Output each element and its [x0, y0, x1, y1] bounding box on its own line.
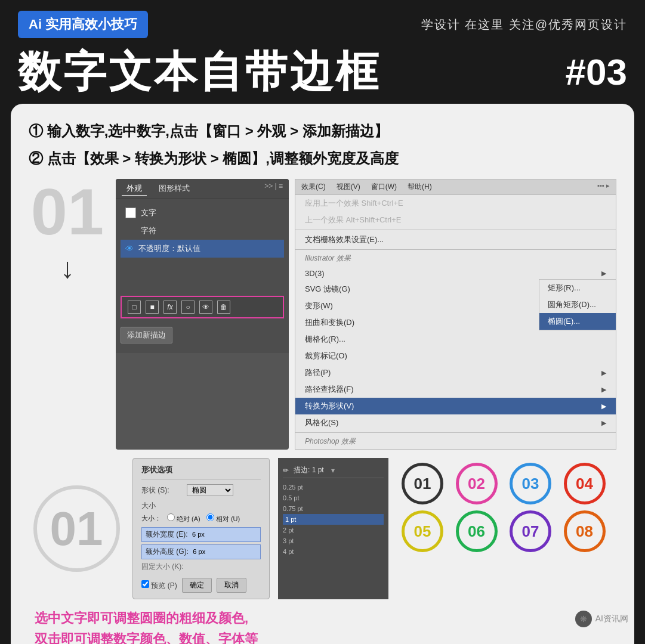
ap-icon-circle[interactable]: ○ [181, 301, 195, 314]
submenu-rect[interactable]: 矩形(R)... [539, 280, 616, 296]
effects-item-rasterize[interactable]: 栅格化(R)... [295, 331, 616, 348]
effects-menu-item-ec[interactable]: 效果(C) [301, 182, 326, 192]
submenu-ellipse[interactable]: 椭圆(E)... [539, 313, 616, 330]
arrow-down-icon: ↓ [60, 252, 75, 284]
watermark-text: AI资讯网 [595, 614, 628, 624]
title-area: 数字文本自带边框 #03 [0, 44, 645, 104]
stroke-panel: ✏ 描边: 1 pt ▾ 0.25 pt 0.5 pt 0.75 pt 1 pt… [278, 458, 388, 599]
ap-char-label: 字符 [141, 225, 156, 236]
step-instructions: ① 输入数字,选中数字,点击【窗口 > 外观 > 添加新描边】 ② 点击【效果 … [29, 120, 616, 169]
header: Ai 实用高效小技巧 学设计 在这里 关注@优秀网页设计 [0, 0, 645, 44]
screenshots-top: 外观 图形样式 >> | ≡ 文字 字符 👁 不透明度：默认值 [116, 179, 616, 450]
bottom-line1: 选中文字即可调整圆圈的粗细及颜色, [35, 608, 610, 628]
big-circle-area: 01 [29, 458, 124, 599]
effects-item-apply-last[interactable]: 应用上一个效果 Shift+Ctrl+E [295, 195, 616, 212]
effects-menu-item-ww[interactable]: 窗口(W) [371, 182, 397, 192]
effects-menu-item-hh[interactable]: 帮助(H) [408, 182, 432, 192]
shape-dialog-bottom: 预览 (P) 确定 取消 [141, 578, 261, 593]
watermark: ❋ AI资讯网 [575, 611, 628, 627]
demo-area-top: 01 ↓ 外观 图形样式 >> | ≡ 文字 [29, 179, 616, 450]
radio-label: 大小： [141, 514, 161, 523]
ap-icon-fx[interactable]: fx [163, 301, 177, 314]
header-tagline: 学设计 在这里 关注@优秀网页设计 [421, 17, 627, 33]
panel-header: 外观 图形样式 >> | ≡ [116, 179, 289, 199]
shape-select[interactable]: 椭圆 矩形 圆角矩形 [187, 484, 233, 496]
stroke-value-6: 3 pt [283, 535, 384, 546]
big-number-display: 01 [31, 179, 104, 244]
extra-height-label: 额外高度 (G): [146, 547, 189, 556]
ap-icon-eye[interactable]: 👁 [199, 301, 212, 314]
effects-section-photoshop: Photoshop 效果 [295, 434, 616, 449]
color-circle-1: 01 [402, 463, 443, 504]
main-title: 数字文本自带边框 [18, 50, 381, 93]
big-number-area: 01 ↓ [29, 179, 106, 450]
circle-number: 01 [50, 505, 103, 553]
radio-relative-input[interactable] [206, 513, 214, 521]
effects-item-stylize[interactable]: 风格化(S)▶ [295, 414, 616, 431]
effects-item-doc-settings[interactable]: 文档栅格效果设置(E)... [295, 231, 616, 248]
cancel-button[interactable]: 取消 [217, 578, 246, 593]
extra-width-input[interactable] [192, 531, 222, 538]
effects-item-pathfinder[interactable]: 路径查找器(F)▶ [295, 381, 616, 398]
ap-icon-rect[interactable]: □ [128, 301, 141, 314]
content-card: ① 输入数字,选中数字,点击【窗口 > 外观 > 添加新描边】 ② 点击【效果 … [11, 104, 634, 644]
convert-shape-submenu: 矩形(R)... 圆角矩形(D)... 椭圆(E)... [539, 279, 616, 330]
step2-text: ② 点击【效果 > 转换为形状 > 椭圆】,调整额外宽度及高度 [29, 148, 616, 169]
color-circles-grid: 0102030405060708 [397, 458, 616, 599]
extra-width-row: 额外宽度 (E): [141, 527, 261, 542]
stroke-value-7: 4 pt [283, 546, 384, 557]
effects-menu-icons: ▪▪▪ ▸ [597, 182, 610, 192]
step1-text: ① 输入数字,选中数字,点击【窗口 > 外观 > 添加新描边】 [29, 120, 616, 142]
effects-item-crop-marks[interactable]: 裁剪标记(O) [295, 348, 616, 364]
effects-item-convert-shape[interactable]: 转换为形状(V)▶ [295, 398, 616, 414]
stroke-value-5: 2 pt [283, 525, 384, 535]
big-circle: 01 [33, 485, 120, 572]
effects-divider1 [295, 230, 616, 230]
extra-height-input[interactable] [193, 548, 223, 555]
ok-button[interactable]: 确定 [182, 578, 212, 593]
effects-container: 效果(C) 视图(V) 窗口(W) 帮助(H) ▪▪▪ ▸ 应用上一个效果 Sh… [295, 179, 616, 450]
bottom-section: 01 形状选项 形状 (S): 椭圆 矩形 圆角矩形 大小 大小： 绝对 (A)… [29, 458, 616, 599]
radio-relative[interactable]: 相对 (U) [206, 513, 240, 524]
size-section-label: 大小 [141, 501, 261, 511]
color-circle-8: 08 [564, 510, 606, 552]
ap-icon-square[interactable]: ■ [146, 301, 159, 314]
ap-opacity-label: 不透明度：默认值 [138, 243, 200, 254]
ap-eye-icon: 👁 [125, 244, 134, 253]
ap-row-opacity: 👁 不透明度：默认值 [121, 240, 284, 258]
effects-item-last[interactable]: 上一个效果 Alt+Shift+Ctrl+E [295, 212, 616, 228]
watermark-icon: ❋ [575, 611, 592, 627]
size-radio-row: 大小： 绝对 (A) 相对 (U) [141, 513, 261, 524]
ap-bottom-bar: □ ■ fx ○ 👁 🗑 [121, 296, 284, 318]
shape-dialog-title: 形状选项 [141, 465, 261, 479]
effects-item-path[interactable]: 路径(P)▶ [295, 364, 616, 381]
stroke-value-2: 0.5 pt [283, 493, 384, 503]
brand-label: Ai 实用高效小技巧 [18, 11, 148, 38]
shape-form-row: 形状 (S): 椭圆 矩形 圆角矩形 [141, 484, 261, 496]
stroke-header: ✏ 描边: 1 pt ▾ [283, 463, 384, 478]
effects-divider3 [295, 432, 616, 433]
ap-row-char: 字符 [121, 222, 284, 240]
add-stroke-button[interactable]: 添加新描边 [121, 327, 172, 343]
radio-absolute-input[interactable] [167, 513, 175, 521]
color-circle-5: 05 [402, 510, 443, 552]
panel-icons: >> | ≡ [264, 182, 283, 196]
shape-label: 形状 (S): [141, 485, 183, 496]
effects-menu-item-vv[interactable]: 视图(V) [337, 182, 360, 192]
submenu-rounded-rect[interactable]: 圆角矩形(D)... [539, 296, 616, 313]
tab-appearance[interactable]: 外观 [122, 182, 147, 196]
bottom-line2: 双击即可调整数字颜色、数值、字体等 [35, 628, 610, 644]
ap-icon-trash[interactable]: 🗑 [217, 301, 230, 314]
tab-graphic-styles[interactable]: 图形样式 [154, 182, 195, 196]
extra-height-row: 额外高度 (G): [141, 544, 261, 559]
stroke-value-4: 1 pt [283, 514, 384, 525]
radio-absolute[interactable]: 绝对 (A) [167, 513, 200, 524]
ap-color-box [125, 208, 136, 218]
effects-section-illustrator: Illustrator 效果 [295, 251, 616, 266]
color-circle-3: 03 [510, 463, 551, 504]
color-circle-4: 04 [564, 463, 606, 504]
preview-checkbox[interactable] [141, 580, 149, 588]
extra-width-label: 额外宽度 (E): [146, 530, 188, 538]
preview-checkbox-label[interactable]: 预览 (P) [141, 580, 177, 591]
stroke-dropdown-icon[interactable]: ▾ [331, 466, 335, 475]
